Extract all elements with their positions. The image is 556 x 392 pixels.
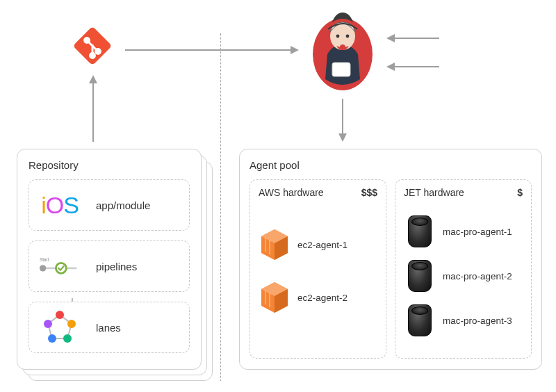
ec2-icon (259, 281, 291, 314)
mac-pro-icon (404, 304, 436, 336)
jet-cost-badge: $ (517, 187, 523, 198)
svg-point-10 (336, 35, 340, 38)
aws-agent-row: ec2-agent-2 (259, 277, 377, 318)
jet-agent-row: mac-pro-agent-1 (404, 213, 523, 250)
svg-point-11 (346, 35, 350, 38)
arrow-incoming-2 (386, 63, 439, 71)
repository-title: Repository (28, 159, 190, 171)
svg-point-17 (67, 320, 76, 328)
svg-point-13 (40, 265, 46, 271)
agent-label: mac-pro-agent-3 (443, 316, 512, 326)
agent-label: mac-pro-agent-2 (443, 271, 512, 281)
repo-item-label: pipelines (96, 261, 137, 272)
git-icon (73, 26, 112, 65)
arrow-git-to-jenkins (125, 46, 299, 54)
architecture-diagram: Repository iOS app/module Start pipeline… (0, 0, 556, 392)
jet-hardware-title: JET hardware (404, 187, 464, 198)
ec2-icon (259, 228, 291, 261)
agent-pool-panel: Agent pool AWS hardware $$$ (239, 149, 542, 370)
aws-hardware-box: AWS hardware $$$ (250, 179, 386, 359)
pipeline-start-label: Start (40, 257, 49, 262)
arrow-incoming-1 (386, 34, 439, 42)
arrow-repo-to-git (89, 75, 97, 142)
ios-icon: iOS (39, 190, 81, 220)
jet-agent-row: mac-pro-agent-2 (404, 258, 523, 294)
repo-item-lanes: lanes (28, 302, 190, 353)
jenkins-icon (311, 13, 374, 92)
svg-rect-8 (332, 63, 350, 76)
repo-item-pipelines: Start pipelines (28, 240, 190, 292)
repo-item-label: app/module (96, 199, 150, 211)
aws-agent-row: ec2-agent-1 (259, 224, 377, 265)
aws-cost-badge: $$$ (361, 187, 377, 198)
agent-label: mac-pro-agent-1 (443, 227, 512, 237)
jet-agent-row: mac-pro-agent-3 (404, 302, 523, 338)
repository-panel: Repository iOS app/module Start pipeline… (17, 149, 202, 370)
vertical-divider (220, 33, 221, 381)
svg-point-3 (85, 38, 90, 43)
fastlane-icon (39, 312, 81, 343)
svg-point-20 (44, 320, 52, 328)
repo-item-label: lanes (96, 322, 121, 334)
svg-point-5 (90, 54, 95, 58)
agent-pool-title: Agent pool (250, 159, 532, 171)
svg-point-19 (48, 334, 56, 343)
repo-item-app: iOS app/module (28, 179, 190, 231)
jet-hardware-box: JET hardware $ mac-pro-agent-1 mac-pro-a… (395, 179, 532, 359)
mac-pro-icon (404, 260, 436, 292)
mac-pro-icon (404, 215, 436, 247)
svg-point-4 (96, 49, 101, 54)
svg-point-18 (63, 334, 72, 343)
agent-label: ec2-agent-1 (297, 240, 348, 250)
svg-point-16 (56, 311, 64, 319)
agent-label: ec2-agent-2 (297, 293, 348, 303)
arrow-jenkins-to-pool (338, 99, 347, 142)
pipeline-icon: Start (39, 251, 81, 281)
aws-hardware-title: AWS hardware (259, 187, 324, 198)
